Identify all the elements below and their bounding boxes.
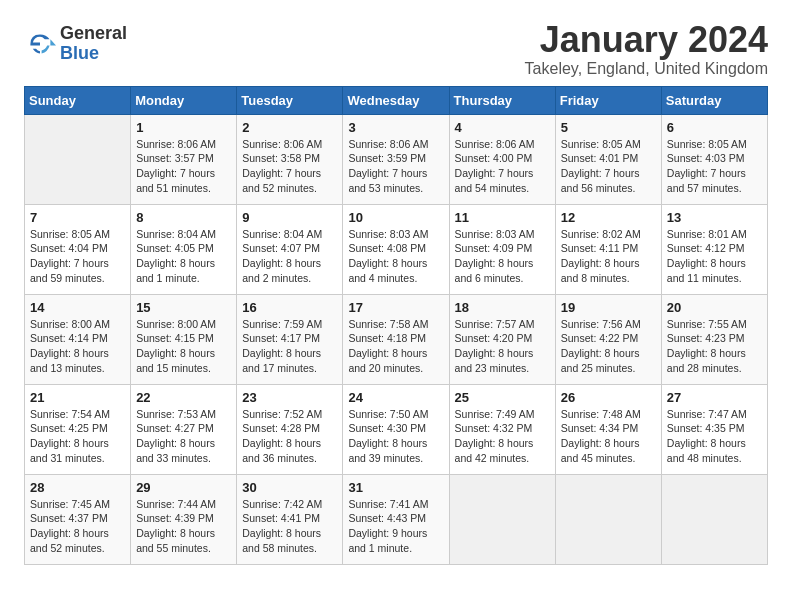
week-row-4: 21Sunrise: 7:54 AMSunset: 4:25 PMDayligh…	[25, 384, 768, 474]
calendar-cell: 4Sunrise: 8:06 AMSunset: 4:00 PMDaylight…	[449, 114, 555, 204]
day-info: Sunrise: 7:54 AMSunset: 4:25 PMDaylight:…	[30, 407, 125, 466]
title-block: January 2024 Takeley, England, United Ki…	[525, 20, 768, 78]
week-row-3: 14Sunrise: 8:00 AMSunset: 4:14 PMDayligh…	[25, 294, 768, 384]
calendar-cell: 30Sunrise: 7:42 AMSunset: 4:41 PMDayligh…	[237, 474, 343, 564]
calendar-cell: 6Sunrise: 8:05 AMSunset: 4:03 PMDaylight…	[661, 114, 767, 204]
day-info: Sunrise: 7:44 AMSunset: 4:39 PMDaylight:…	[136, 497, 231, 556]
day-number: 28	[30, 480, 125, 495]
day-info: Sunrise: 8:06 AMSunset: 3:59 PMDaylight:…	[348, 137, 443, 196]
calendar-cell: 31Sunrise: 7:41 AMSunset: 4:43 PMDayligh…	[343, 474, 449, 564]
day-info: Sunrise: 7:53 AMSunset: 4:27 PMDaylight:…	[136, 407, 231, 466]
day-number: 18	[455, 300, 550, 315]
day-number: 8	[136, 210, 231, 225]
weekday-header-wednesday: Wednesday	[343, 86, 449, 114]
day-number: 5	[561, 120, 656, 135]
day-number: 13	[667, 210, 762, 225]
calendar-cell: 22Sunrise: 7:53 AMSunset: 4:27 PMDayligh…	[131, 384, 237, 474]
calendar-cell: 10Sunrise: 8:03 AMSunset: 4:08 PMDayligh…	[343, 204, 449, 294]
calendar-cell: 24Sunrise: 7:50 AMSunset: 4:30 PMDayligh…	[343, 384, 449, 474]
day-info: Sunrise: 8:06 AMSunset: 3:57 PMDaylight:…	[136, 137, 231, 196]
day-info: Sunrise: 7:57 AMSunset: 4:20 PMDaylight:…	[455, 317, 550, 376]
calendar-cell: 5Sunrise: 8:05 AMSunset: 4:01 PMDaylight…	[555, 114, 661, 204]
day-number: 10	[348, 210, 443, 225]
weekday-header-sunday: Sunday	[25, 86, 131, 114]
day-info: Sunrise: 8:02 AMSunset: 4:11 PMDaylight:…	[561, 227, 656, 286]
calendar-table: SundayMondayTuesdayWednesdayThursdayFrid…	[24, 86, 768, 565]
calendar-cell: 25Sunrise: 7:49 AMSunset: 4:32 PMDayligh…	[449, 384, 555, 474]
day-info: Sunrise: 7:42 AMSunset: 4:41 PMDaylight:…	[242, 497, 337, 556]
calendar-subtitle: Takeley, England, United Kingdom	[525, 60, 768, 78]
day-info: Sunrise: 8:06 AMSunset: 3:58 PMDaylight:…	[242, 137, 337, 196]
day-number: 21	[30, 390, 125, 405]
day-number: 7	[30, 210, 125, 225]
calendar-cell: 14Sunrise: 8:00 AMSunset: 4:14 PMDayligh…	[25, 294, 131, 384]
calendar-cell: 18Sunrise: 7:57 AMSunset: 4:20 PMDayligh…	[449, 294, 555, 384]
week-row-1: 1Sunrise: 8:06 AMSunset: 3:57 PMDaylight…	[25, 114, 768, 204]
calendar-cell	[555, 474, 661, 564]
weekday-header-thursday: Thursday	[449, 86, 555, 114]
day-info: Sunrise: 8:01 AMSunset: 4:12 PMDaylight:…	[667, 227, 762, 286]
logo-blue-text: Blue	[60, 44, 127, 64]
calendar-cell: 26Sunrise: 7:48 AMSunset: 4:34 PMDayligh…	[555, 384, 661, 474]
day-number: 2	[242, 120, 337, 135]
calendar-cell: 15Sunrise: 8:00 AMSunset: 4:15 PMDayligh…	[131, 294, 237, 384]
day-number: 16	[242, 300, 337, 315]
day-number: 31	[348, 480, 443, 495]
calendar-cell: 23Sunrise: 7:52 AMSunset: 4:28 PMDayligh…	[237, 384, 343, 474]
day-info: Sunrise: 8:03 AMSunset: 4:09 PMDaylight:…	[455, 227, 550, 286]
calendar-cell: 1Sunrise: 8:06 AMSunset: 3:57 PMDaylight…	[131, 114, 237, 204]
logo-text: General Blue	[60, 24, 127, 64]
day-info: Sunrise: 8:06 AMSunset: 4:00 PMDaylight:…	[455, 137, 550, 196]
weekday-header-row: SundayMondayTuesdayWednesdayThursdayFrid…	[25, 86, 768, 114]
calendar-cell: 11Sunrise: 8:03 AMSunset: 4:09 PMDayligh…	[449, 204, 555, 294]
day-info: Sunrise: 7:48 AMSunset: 4:34 PMDaylight:…	[561, 407, 656, 466]
day-number: 19	[561, 300, 656, 315]
day-info: Sunrise: 8:05 AMSunset: 4:04 PMDaylight:…	[30, 227, 125, 286]
weekday-header-monday: Monday	[131, 86, 237, 114]
day-info: Sunrise: 7:55 AMSunset: 4:23 PMDaylight:…	[667, 317, 762, 376]
svg-marker-0	[50, 39, 56, 45]
day-info: Sunrise: 7:47 AMSunset: 4:35 PMDaylight:…	[667, 407, 762, 466]
calendar-cell: 3Sunrise: 8:06 AMSunset: 3:59 PMDaylight…	[343, 114, 449, 204]
day-info: Sunrise: 7:50 AMSunset: 4:30 PMDaylight:…	[348, 407, 443, 466]
day-number: 25	[455, 390, 550, 405]
day-info: Sunrise: 7:59 AMSunset: 4:17 PMDaylight:…	[242, 317, 337, 376]
day-info: Sunrise: 8:03 AMSunset: 4:08 PMDaylight:…	[348, 227, 443, 286]
calendar-title: January 2024	[525, 20, 768, 60]
page-header: General Blue January 2024 Takeley, Engla…	[24, 20, 768, 78]
day-number: 15	[136, 300, 231, 315]
day-number: 27	[667, 390, 762, 405]
week-row-5: 28Sunrise: 7:45 AMSunset: 4:37 PMDayligh…	[25, 474, 768, 564]
day-number: 22	[136, 390, 231, 405]
day-number: 1	[136, 120, 231, 135]
calendar-cell: 21Sunrise: 7:54 AMSunset: 4:25 PMDayligh…	[25, 384, 131, 474]
calendar-cell	[449, 474, 555, 564]
day-number: 3	[348, 120, 443, 135]
logo: General Blue	[24, 24, 127, 64]
day-number: 26	[561, 390, 656, 405]
day-info: Sunrise: 7:56 AMSunset: 4:22 PMDaylight:…	[561, 317, 656, 376]
day-number: 11	[455, 210, 550, 225]
calendar-cell: 29Sunrise: 7:44 AMSunset: 4:39 PMDayligh…	[131, 474, 237, 564]
day-number: 23	[242, 390, 337, 405]
day-number: 4	[455, 120, 550, 135]
day-number: 24	[348, 390, 443, 405]
logo-icon	[24, 28, 56, 60]
day-info: Sunrise: 7:58 AMSunset: 4:18 PMDaylight:…	[348, 317, 443, 376]
week-row-2: 7Sunrise: 8:05 AMSunset: 4:04 PMDaylight…	[25, 204, 768, 294]
calendar-cell: 12Sunrise: 8:02 AMSunset: 4:11 PMDayligh…	[555, 204, 661, 294]
day-info: Sunrise: 8:00 AMSunset: 4:14 PMDaylight:…	[30, 317, 125, 376]
day-info: Sunrise: 7:52 AMSunset: 4:28 PMDaylight:…	[242, 407, 337, 466]
logo-general-text: General	[60, 24, 127, 44]
day-info: Sunrise: 7:49 AMSunset: 4:32 PMDaylight:…	[455, 407, 550, 466]
day-info: Sunrise: 8:04 AMSunset: 4:07 PMDaylight:…	[242, 227, 337, 286]
day-number: 17	[348, 300, 443, 315]
weekday-header-tuesday: Tuesday	[237, 86, 343, 114]
calendar-cell: 20Sunrise: 7:55 AMSunset: 4:23 PMDayligh…	[661, 294, 767, 384]
day-number: 6	[667, 120, 762, 135]
day-number: 9	[242, 210, 337, 225]
calendar-cell: 8Sunrise: 8:04 AMSunset: 4:05 PMDaylight…	[131, 204, 237, 294]
weekday-header-friday: Friday	[555, 86, 661, 114]
day-number: 20	[667, 300, 762, 315]
day-info: Sunrise: 8:00 AMSunset: 4:15 PMDaylight:…	[136, 317, 231, 376]
